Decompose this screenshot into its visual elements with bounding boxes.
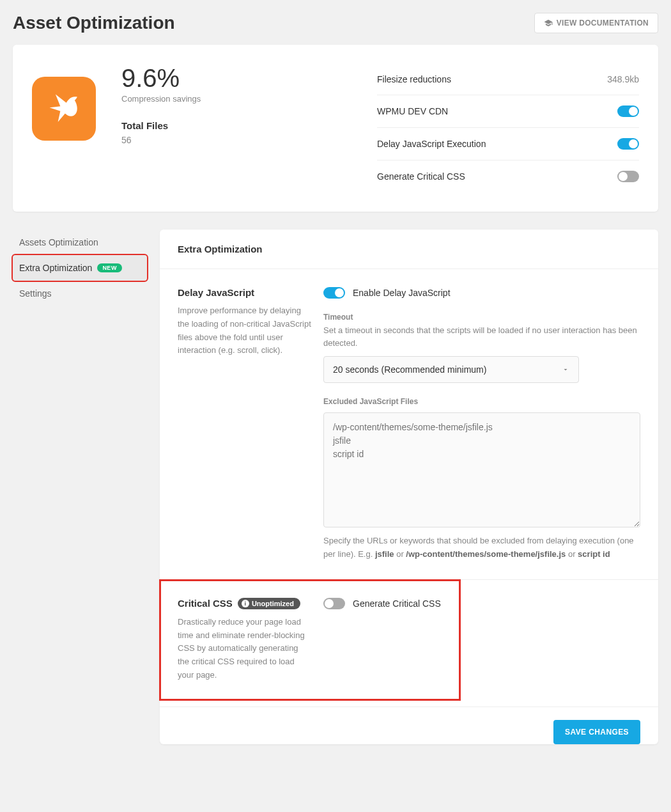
- critical-css-desc: Drastically reduce your page load time a…: [178, 616, 312, 682]
- compression-label: Compression savings: [121, 94, 201, 104]
- app-logo: [32, 77, 96, 141]
- page-title: Asset Optimization: [13, 13, 175, 33]
- summary-row-cdn: WPMU DEV CDN: [377, 95, 639, 128]
- info-icon: i: [242, 600, 249, 607]
- summary-row-label: WPMU DEV CDN: [377, 106, 448, 116]
- critical-css-label: Critical CSS: [178, 598, 233, 609]
- view-documentation-button[interactable]: VIEW DOCUMENTATION: [534, 13, 658, 33]
- sidebar-item-settings[interactable]: Settings: [13, 281, 147, 306]
- section-delay-js: Delay JavaScript Improve performance by …: [160, 269, 658, 580]
- timeout-label: Timeout: [323, 313, 640, 322]
- summary-row-filesize: Filesize reductions 348.9kb: [377, 64, 639, 95]
- sidebar-item-label: Assets Optimization: [19, 237, 98, 247]
- content-title: Extra Optimization: [178, 244, 640, 254]
- delay-js-desc: Improve performance by delaying the load…: [178, 304, 312, 357]
- excluded-files-textarea[interactable]: [323, 412, 640, 527]
- chevron-down-icon: [562, 366, 569, 373]
- compression-percent: 9.6%: [121, 64, 201, 93]
- sidebar-item-assets-optimization[interactable]: Assets Optimization: [13, 230, 147, 255]
- summary-row-label: Filesize reductions: [377, 74, 451, 84]
- timeout-hint: Set a timeout in seconds that the script…: [323, 324, 640, 350]
- unoptimized-badge: i Unoptimized: [238, 598, 300, 609]
- hummingbird-icon: [45, 90, 83, 128]
- timeout-select-value: 20 seconds (Recommended minimum): [333, 364, 486, 375]
- excluded-hint: Specify the URLs or keywords that should…: [323, 535, 640, 561]
- sidebar-item-label: Settings: [19, 288, 52, 299]
- summary-row-delay-js: Delay JavaScript Execution: [377, 128, 639, 160]
- sidebar: Assets Optimization Extra Optimization N…: [13, 230, 147, 306]
- save-changes-button[interactable]: SAVE CHANGES: [553, 720, 640, 744]
- summary-row-label: Delay JavaScript Execution: [377, 139, 486, 149]
- generate-critical-css-toggle[interactable]: [323, 598, 345, 609]
- summary-row-critical-css: Generate Critical CSS: [377, 160, 639, 192]
- summary-row-value: 348.9kb: [607, 74, 639, 84]
- sidebar-item-extra-optimization[interactable]: Extra Optimization NEW: [13, 255, 147, 281]
- graduation-cap-icon: [544, 19, 553, 27]
- content-card: Extra Optimization Delay JavaScript Impr…: [160, 230, 658, 744]
- cdn-toggle[interactable]: [617, 105, 639, 117]
- summary-row-label: Generate Critical CSS: [377, 171, 465, 182]
- timeout-select[interactable]: 20 seconds (Recommended minimum): [323, 356, 579, 383]
- doc-button-label: VIEW DOCUMENTATION: [557, 19, 649, 27]
- delay-js-label: Delay JavaScript: [178, 287, 254, 298]
- total-files-value: 56: [121, 135, 201, 145]
- new-badge: NEW: [97, 263, 122, 272]
- summary-card: 9.6% Compression savings Total Files 56 …: [13, 45, 658, 212]
- section-critical-css: Critical CSS i Unoptimized Drastically r…: [160, 580, 460, 700]
- enable-delay-js-toggle[interactable]: [323, 287, 345, 299]
- critical-css-summary-toggle[interactable]: [617, 171, 639, 182]
- generate-critical-css-label: Generate Critical CSS: [353, 598, 441, 609]
- delay-js-summary-toggle[interactable]: [617, 138, 639, 150]
- enable-delay-js-label: Enable Delay JavaScript: [353, 288, 451, 298]
- total-files-label: Total Files: [121, 120, 201, 131]
- excluded-label: Excluded JavaScript Files: [323, 397, 640, 406]
- sidebar-item-label: Extra Optimization: [19, 263, 92, 273]
